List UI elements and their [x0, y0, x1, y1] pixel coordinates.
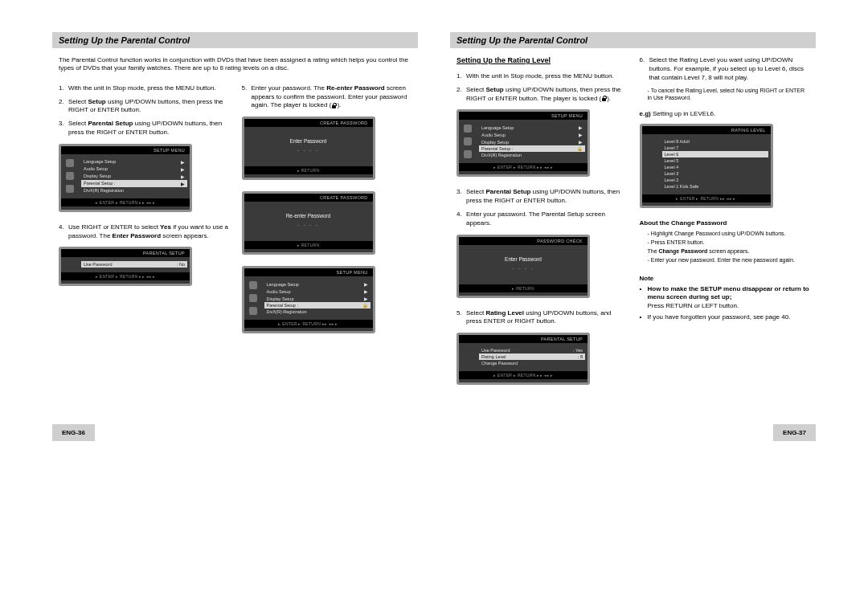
- figure-password-check: PASSWORD CHECK Enter Password- - - - ▸ R…: [457, 235, 627, 298]
- left-col-a: 1.With the unit in Stop mode, press the …: [59, 84, 229, 345]
- page-title-left: Setting Up the Parental Control: [52, 32, 418, 48]
- figure-enter-password: CREATE PASSWORD Enter Password- - - - ▸ …: [242, 116, 412, 180]
- subhead-rating: Setting Up the Rating Level: [457, 56, 627, 64]
- figure-rating-level-list: RATING LEVEL Level 8 Adult Level 7 Level…: [640, 124, 810, 208]
- page-number-right: ENG-37: [773, 424, 816, 441]
- about-change-password: About the Change Password: [640, 219, 810, 227]
- step-3: Select Parental Setup using UP/DOWN butt…: [68, 120, 229, 137]
- step-1: With the unit in Stop mode, press the ME…: [68, 84, 229, 93]
- r-step-6: Select the Rating Level you want using U…: [649, 56, 810, 82]
- right-col-a: Setting Up the Rating Level 1.With the u…: [457, 56, 627, 396]
- figure-reenter-password: CREATE PASSWORD Re-enter Password- - - -…: [242, 191, 412, 255]
- r-step-2: Select Setup using UP/DOWN buttons, then…: [466, 86, 627, 104]
- step-2: Select Setup using UP/DOWN buttons, then…: [68, 98, 229, 116]
- figure-setup-menu-2: SETUP MENU Language Setup▶ Audio Setup▶ …: [457, 109, 627, 177]
- page-left: Setting Up the Parental Control The Pare…: [52, 32, 418, 396]
- figure-menu-locked: SETUP MENU Language Setup▶ Audio Setup▶ …: [242, 266, 412, 333]
- figure-setup-menu: SETUP MENU Language Setup▶ Audio Setup▶ …: [59, 144, 229, 212]
- figure-use-password: PARENTAL SETUP Use Password: No ▸ ENTER …: [59, 247, 229, 286]
- figure-rating-setup: PARENTAL SETUP Use Password: Yes Rating …: [457, 333, 627, 385]
- r-step-4: Enter your password. The Parental Setup …: [466, 210, 627, 228]
- page-title-right: Setting Up the Parental Control: [450, 32, 816, 48]
- page-number-left: ENG-36: [52, 424, 95, 441]
- lock-icon: [331, 103, 337, 108]
- cancel-note: - To cancel the Rating Level, select No …: [648, 87, 810, 101]
- intro-text: The Parental Control function works in c…: [59, 56, 411, 73]
- left-col-b: 5.Enter your password. The Re-enter Pass…: [242, 84, 412, 345]
- right-col-b: 6.Select the Rating Level you want using…: [640, 56, 810, 396]
- r-step-5: Select Rating Level using UP/DOWN button…: [466, 309, 627, 327]
- page-right: Setting Up the Parental Control Setting …: [450, 32, 816, 396]
- step-4: Use RIGHT or ENTER to select Yes if you …: [68, 223, 229, 241]
- step-5: Enter your password. The Re-enter Passwo…: [252, 84, 412, 110]
- r-step-3: Select Parental Setup using UP/DOWN butt…: [466, 188, 627, 206]
- r-step-1: With the unit in Stop mode, press the ME…: [466, 72, 627, 81]
- lock-icon: [601, 96, 607, 101]
- note-heading: Note: [640, 275, 810, 282]
